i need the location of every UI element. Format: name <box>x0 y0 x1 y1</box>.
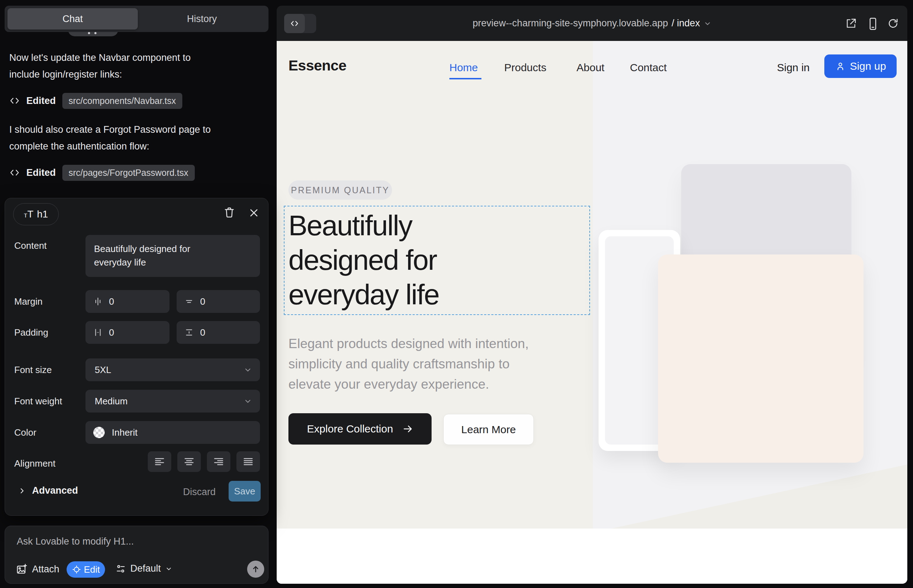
chevron-down-icon <box>165 565 172 572</box>
url-page: / index <box>672 18 700 29</box>
attach-button[interactable]: Attach <box>16 563 60 575</box>
code-icon <box>284 14 305 33</box>
nav-link-contact[interactable]: Contact <box>630 61 667 74</box>
color-label: Color <box>14 427 36 438</box>
chat-message: I should also create a Forgot Password p… <box>9 121 230 155</box>
send-button[interactable] <box>247 561 264 578</box>
padding-horizontal-icon <box>93 328 102 337</box>
mode-select[interactable]: Default <box>115 563 172 574</box>
explore-collection-button[interactable]: Explore Collection <box>288 413 432 444</box>
hero-title-line: everyday life <box>288 277 439 312</box>
font-size-select[interactable]: 5XL <box>86 359 260 381</box>
browser-chrome: preview--charming-site-symphony.lovable.… <box>277 6 907 41</box>
hero-paragraph-line: Elegant products designed with intention… <box>288 333 529 354</box>
edited-file-row: Edited src/pages/ForgotPassword.tsx <box>9 165 195 181</box>
hero-title[interactable]: Beautifully designed for everyday life <box>288 208 439 312</box>
align-center-icon <box>183 456 195 468</box>
align-center-button[interactable] <box>177 451 201 472</box>
edited-file-row: Edited src/components/Navbar.tsx <box>9 92 182 109</box>
align-left-icon <box>154 456 165 468</box>
align-justify-icon <box>242 456 254 468</box>
nav-link-products[interactable]: Products <box>504 61 546 74</box>
hero-title-line: Beautifully <box>288 208 439 243</box>
align-left-button[interactable] <box>148 451 171 472</box>
open-in-new-tab-icon[interactable] <box>845 18 857 29</box>
preview-window: preview--charming-site-symphony.lovable.… <box>277 6 907 584</box>
attach-label: Attach <box>32 564 60 575</box>
font-weight-select[interactable]: Medium <box>86 390 260 412</box>
color-swatch <box>93 427 105 438</box>
edited-label: Edited <box>26 95 56 107</box>
align-right-button[interactable] <box>207 451 230 472</box>
chevron-down-icon <box>244 397 252 405</box>
learn-more-button[interactable]: Learn More <box>444 414 534 445</box>
save-button[interactable]: Save <box>228 481 261 501</box>
code-preview-toggle[interactable] <box>284 14 316 33</box>
sliders-icon <box>115 564 126 574</box>
margin-label: Margin <box>14 296 42 307</box>
color-select[interactable]: Inherit <box>86 421 260 444</box>
hero-paragraph-line: elevate your everyday experience. <box>288 374 529 394</box>
font-weight-value: Medium <box>95 396 128 407</box>
nav-link-home[interactable]: Home <box>449 61 478 74</box>
signup-button[interactable]: Sign up <box>824 55 897 78</box>
margin-y-input[interactable]: 0 <box>176 290 260 313</box>
margin-horizontal-icon <box>93 297 102 306</box>
refresh-icon[interactable] <box>887 18 899 29</box>
margin-x-input[interactable]: 0 <box>86 290 170 313</box>
chevron-down-icon <box>704 19 711 27</box>
url-bar[interactable]: preview--charming-site-symphony.lovable.… <box>277 6 907 41</box>
align-right-icon <box>212 456 225 468</box>
message-line: Now let's update the Navbar component to <box>9 52 191 63</box>
padding-x-input[interactable]: 0 <box>86 321 170 344</box>
edit-label: Edit <box>84 564 100 575</box>
file-chip[interactable]: src/pages/ForgotPassword.tsx <box>62 165 195 181</box>
element-editor-panel: ᴛT h1 Content Beautifully designed for e… <box>5 198 269 516</box>
mode-label: Default <box>130 563 161 574</box>
url-host: preview--charming-site-symphony.lovable.… <box>473 18 668 29</box>
nav-link-about[interactable]: About <box>576 61 604 74</box>
element-tag-pill: ᴛT h1 <box>13 203 59 225</box>
padding-label: Padding <box>14 327 48 338</box>
hero-title-line: designed for <box>288 243 439 277</box>
composer-input[interactable]: Ask Lovable to modify H1... <box>17 536 134 547</box>
message-line: I should also create a Forgot Password p… <box>9 124 211 135</box>
content-value: Beautifully designed for everyday life <box>94 242 212 269</box>
font-size-label: Font size <box>14 365 52 375</box>
site-logo[interactable]: Essence <box>288 57 346 74</box>
hero-paragraph: Elegant products designed with intention… <box>288 333 529 394</box>
user-icon <box>835 61 846 71</box>
code-icon <box>9 95 20 106</box>
delete-element-button[interactable] <box>223 206 236 219</box>
text-type-icon: ᴛT <box>24 208 34 220</box>
content-input[interactable]: Beautifully designed for everyday life <box>86 235 260 277</box>
arrow-right-icon <box>402 423 413 434</box>
font-weight-label: Font weight <box>14 396 62 407</box>
arrow-up-icon <box>251 564 260 574</box>
align-justify-button[interactable] <box>236 451 260 472</box>
next-section-background <box>277 528 907 584</box>
padding-y-input[interactable]: 0 <box>176 321 260 344</box>
premium-quality-badge: PREMIUM QUALITY <box>288 181 392 200</box>
chevron-down-icon <box>244 365 252 374</box>
attach-image-icon <box>16 563 28 575</box>
discard-button[interactable]: Discard <box>183 486 216 498</box>
edit-mode-button[interactable]: Edit <box>66 561 105 578</box>
file-chip[interactable]: src/components/Navbar.tsx <box>62 93 183 109</box>
close-icon[interactable] <box>249 207 259 218</box>
margin-x-value: 0 <box>109 296 114 307</box>
learn-more-label: Learn More <box>461 423 516 436</box>
tab-chat[interactable]: Chat <box>8 8 138 29</box>
message-line: include login/register links: <box>9 69 122 80</box>
advanced-label: Advanced <box>32 485 78 496</box>
padding-x-value: 0 <box>109 327 114 338</box>
tab-history[interactable]: History <box>138 8 266 29</box>
decor-card-cream <box>658 255 863 463</box>
nav-active-underline <box>449 78 481 79</box>
chevron-right-icon <box>18 486 26 495</box>
content-label: Content <box>14 240 47 251</box>
advanced-toggle[interactable]: Advanced <box>18 485 78 496</box>
signin-link[interactable]: Sign in <box>777 61 810 74</box>
mobile-view-icon[interactable] <box>866 17 879 31</box>
chat-message: Now let's update the Navbar component to… <box>9 50 230 83</box>
